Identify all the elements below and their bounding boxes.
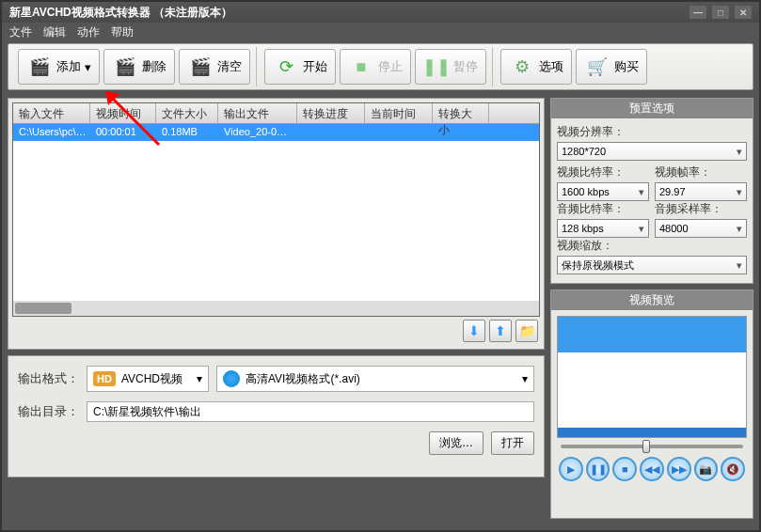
cart-icon: 🛒 (584, 54, 610, 80)
options-button[interactable]: ⚙选项 (500, 49, 572, 85)
horizontal-scrollbar[interactable] (13, 301, 539, 316)
menu-action[interactable]: 动作 (77, 24, 100, 39)
close-button[interactable]: ✕ (735, 6, 752, 19)
chevron-down-icon: ▾ (85, 60, 91, 74)
audio-bitrate-select[interactable]: 128 kbps (557, 219, 649, 238)
format-category-select[interactable]: HD AVCHD视频 ▾ (87, 366, 209, 392)
play-button[interactable]: ▶ (559, 457, 583, 481)
th-curtime[interactable]: 当前时间 (365, 103, 433, 123)
browse-button[interactable]: 浏览… (429, 431, 484, 455)
chevron-down-icon: ▾ (197, 372, 202, 385)
preset-title: 预置选项 (551, 99, 753, 118)
minimize-button[interactable]: — (690, 6, 706, 19)
window-title: 新星AVCHD视频格式转换器 （未注册版本） (9, 5, 232, 21)
prev-button[interactable]: ◀◀ (640, 457, 664, 481)
file-table: 输入文件 视频时间 文件大小 输出文件 转换进度 当前时间 转换大小 C:\Us… (12, 102, 540, 317)
gear-icon: ⚙ (509, 54, 535, 80)
scale-select[interactable]: 保持原视频模式 (557, 256, 747, 274)
stop-preview-button[interactable]: ■ (612, 457, 637, 481)
th-output[interactable]: 输出文件 (218, 103, 297, 123)
menubar: 文件 编辑 动作 帮助 (2, 23, 759, 41)
th-input[interactable]: 输入文件 (13, 103, 90, 123)
pause-preview-button[interactable]: ❚❚ (586, 457, 610, 481)
open-button[interactable]: 打开 (491, 431, 534, 455)
menu-help[interactable]: 帮助 (111, 24, 134, 39)
th-size[interactable]: 文件大小 (156, 103, 218, 123)
delete-button[interactable]: 🎬删除 (103, 49, 175, 85)
pause-icon: ❚❚ (423, 54, 450, 80)
table-row[interactable]: C:\Users\pc\… 00:00:01 0.18MB Video_20-0… (13, 124, 539, 141)
folder-button[interactable]: 📁 (515, 320, 538, 342)
resolution-select[interactable]: 1280*720 (557, 142, 747, 161)
toolbar: 🎬添加▾ 🎬删除 🎬清空 ⟳开始 ■停止 ❚❚暂停 ⚙选项 🛒购买 (8, 43, 753, 90)
move-down-button[interactable]: ⬇ (463, 320, 485, 342)
stop-icon: ■ (348, 54, 374, 80)
menu-edit[interactable]: 编辑 (43, 24, 66, 39)
output-format-label: 输出格式： (18, 370, 79, 387)
hd-badge: HD (93, 371, 116, 386)
snapshot-button[interactable]: 📷 (694, 457, 719, 481)
menu-file[interactable]: 文件 (9, 24, 32, 39)
clear-button[interactable]: 🎬清空 (179, 49, 250, 85)
preview-panel: 视频预览 ▶ ❚❚ ■ ◀◀ ▶▶ 📷 🔇 (550, 289, 753, 519)
seek-slider[interactable] (561, 445, 743, 448)
move-up-button[interactable]: ⬆ (489, 320, 512, 342)
th-time[interactable]: 视频时间 (90, 103, 156, 123)
mute-button[interactable]: 🔇 (721, 457, 745, 481)
pause-button[interactable]: ❚❚暂停 (415, 49, 486, 85)
stop-button[interactable]: ■停止 (340, 49, 411, 85)
start-icon: ⟳ (273, 54, 299, 80)
add-button[interactable]: 🎬添加▾ (18, 49, 100, 85)
chevron-down-icon: ▾ (522, 372, 528, 385)
clear-icon: 🎬 (187, 54, 214, 80)
th-progress[interactable]: 转换进度 (297, 103, 365, 123)
titlebar: 新星AVCHD视频格式转换器 （未注册版本） — □ ✕ (2, 2, 759, 23)
output-settings: 输出格式： HD AVCHD视频 ▾ 高清AVI视频格式(*.avi) ▾ 输出… (8, 355, 545, 477)
add-icon: 🎬 (26, 54, 53, 80)
buy-button[interactable]: 🛒购买 (576, 49, 647, 85)
start-button[interactable]: ⟳开始 (264, 49, 336, 85)
next-button[interactable]: ▶▶ (667, 457, 691, 481)
format-select[interactable]: 高清AVI视频格式(*.avi) ▾ (216, 366, 534, 392)
output-dir-label: 输出目录： (18, 403, 79, 420)
output-dir-input[interactable] (87, 401, 534, 422)
fps-select[interactable]: 29.97 (655, 182, 747, 201)
maximize-button[interactable]: □ (712, 6, 729, 19)
video-bitrate-select[interactable]: 1600 kbps (557, 182, 649, 201)
preview-title: 视频预览 (551, 290, 753, 310)
preset-panel: 预置选项 视频分辨率： 1280*720 视频比特率： 1600 kbps 视频… (550, 98, 753, 284)
preview-display (557, 316, 747, 438)
delete-icon: 🎬 (112, 54, 138, 80)
audio-sample-select[interactable]: 48000 (655, 219, 747, 238)
format-icon (223, 370, 240, 387)
th-csize[interactable]: 转换大小 (433, 103, 489, 123)
